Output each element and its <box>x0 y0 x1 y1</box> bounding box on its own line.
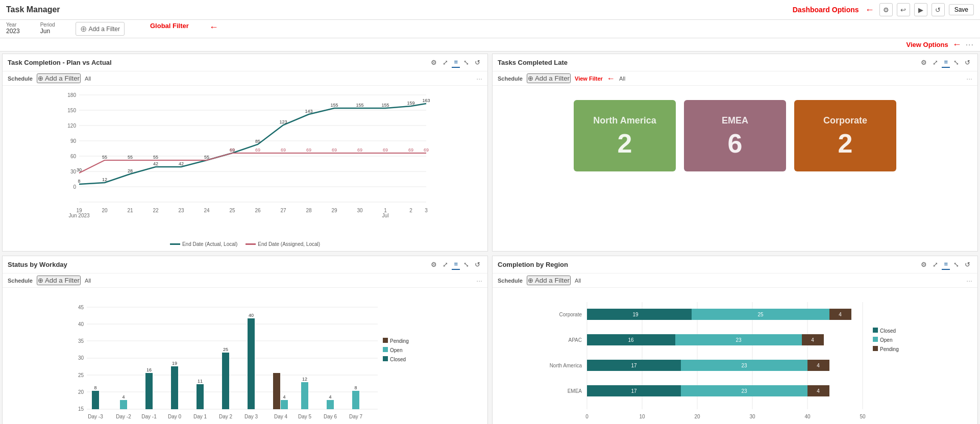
svg-rect-101 <box>383 356 388 361</box>
svg-text:30: 30 <box>70 169 77 174</box>
tc-add-filter-btn[interactable]: ⊕ Add a Filter <box>37 73 81 83</box>
svg-text:123: 123 <box>279 119 287 124</box>
tasks-late-panel: Tasks Completed Late ⚙ ⤢ ≡ ⤡ ↺ Schedule … <box>492 54 978 252</box>
svg-text:69: 69 <box>230 147 235 153</box>
svg-text:155: 155 <box>381 103 389 108</box>
cr-refresh-btn[interactable]: ↺ <box>963 260 972 269</box>
sw-add-filter-btn[interactable]: ⊕ Add a Filter <box>37 276 81 285</box>
tc-dots[interactable]: ··· <box>476 74 482 83</box>
legend-assigned-color <box>246 243 256 245</box>
sw-refresh-btn[interactable]: ↺ <box>473 260 482 269</box>
svg-text:30: 30 <box>357 208 363 213</box>
tc-fullscreen-btn[interactable]: ⤡ <box>461 58 471 67</box>
undo-btn[interactable]: ↩ <box>897 3 910 16</box>
svg-text:20: 20 <box>78 389 84 395</box>
view-filter-label: View Filter <box>575 76 603 82</box>
task-completion-panel: Task Completion - Plan vs Actual ⚙ ⤢ ≡ ⤡… <box>2 54 488 252</box>
view-options-dots[interactable]: ··· <box>966 40 974 49</box>
sw-all-label: All <box>85 278 91 284</box>
line-chart-svg: 180 150 120 90 60 30 0 19 Jun 2023 20 21… <box>8 90 482 238</box>
global-filter-annotation: Global Filter <box>150 22 189 30</box>
settings-btn[interactable]: ⚙ <box>879 3 893 16</box>
cr-fullscreen-btn[interactable]: ⤡ <box>951 260 961 269</box>
refresh-btn[interactable]: ↺ <box>932 3 945 16</box>
tc-add-filter-label: Add a Filter <box>45 74 80 82</box>
tasks-late-title: Tasks Completed Late <box>498 59 568 66</box>
svg-rect-133 <box>873 337 878 342</box>
cr-list-btn[interactable]: ≡ <box>942 259 950 270</box>
legend-assigned: End Date (Assigned, Local) <box>246 241 320 247</box>
tasks-late-toolbar: ⚙ ⤢ ≡ ⤡ ↺ <box>919 57 972 68</box>
svg-text:12: 12 <box>302 377 307 382</box>
global-add-filter-btn[interactable]: ⊕ Add a Filter <box>76 22 125 36</box>
tc-refresh-btn[interactable]: ↺ <box>473 58 482 67</box>
app-header: Task Manager Dashboard Options ← ⚙ ↩ ▶ ↺… <box>0 0 980 20</box>
tl-list-btn[interactable]: ≡ <box>942 57 950 68</box>
svg-text:155: 155 <box>356 103 363 108</box>
bar-d4-open <box>281 400 288 409</box>
svg-text:23: 23 <box>741 388 747 394</box>
status-workday-panel: Status by Workday ⚙ ⤢ ≡ ⤡ ↺ Schedule ⊕ A… <box>2 256 488 424</box>
svg-text:8: 8 <box>94 385 96 390</box>
tl-fullscreen-btn[interactable]: ⤡ <box>951 58 961 67</box>
svg-text:23: 23 <box>736 337 742 343</box>
svg-text:3: 3 <box>425 208 428 213</box>
play-btn[interactable]: ▶ <box>914 3 927 16</box>
tl-add-filter-btn[interactable]: ⊕ Add a Filter <box>527 73 571 83</box>
svg-text:Corporate: Corporate <box>559 312 582 317</box>
bar-d7-open <box>352 391 359 409</box>
svg-text:20: 20 <box>102 208 108 213</box>
tc-move-btn[interactable]: ⤢ <box>440 58 450 67</box>
sw-plus-icon: ⊕ <box>38 277 43 284</box>
svg-text:69: 69 <box>281 147 286 153</box>
sw-fullscreen-btn[interactable]: ⤡ <box>461 260 471 269</box>
svg-text:45: 45 <box>78 305 84 310</box>
svg-text:Day 4: Day 4 <box>274 414 288 419</box>
svg-text:25: 25 <box>78 372 84 378</box>
cr-dots[interactable]: ··· <box>966 277 972 285</box>
svg-text:APAC: APAC <box>569 337 582 343</box>
svg-rect-135 <box>873 346 878 351</box>
status-workday-filter-row: Schedule ⊕ Add a Filter All ··· <box>3 273 487 288</box>
north-america-tile[interactable]: North America 2 <box>574 100 676 171</box>
tl-refresh-btn[interactable]: ↺ <box>963 58 972 67</box>
year-label: Year <box>6 22 20 28</box>
corp-closed-bar <box>587 309 692 320</box>
svg-text:Day 5: Day 5 <box>298 414 312 419</box>
svg-text:22: 22 <box>153 208 159 213</box>
tc-settings-btn[interactable]: ⚙ <box>429 58 439 67</box>
task-completion-header: Task Completion - Plan vs Actual ⚙ ⤢ ≡ ⤡… <box>3 54 487 71</box>
save-button[interactable]: Save <box>949 4 974 15</box>
tl-dots[interactable]: ··· <box>966 74 972 83</box>
cr-move-btn[interactable]: ⤢ <box>930 260 940 269</box>
svg-text:Day 1: Day 1 <box>193 414 207 419</box>
svg-text:55: 55 <box>102 155 107 160</box>
svg-text:69: 69 <box>357 147 362 153</box>
svg-rect-99 <box>383 347 388 352</box>
cr-add-filter-btn[interactable]: ⊕ Add a Filter <box>527 276 571 285</box>
corporate-name: Corporate <box>823 115 867 126</box>
sw-move-btn[interactable]: ⤢ <box>440 260 450 269</box>
svg-text:8: 8 <box>78 179 80 184</box>
svg-text:40: 40 <box>249 313 254 318</box>
tc-list-btn[interactable]: ≡ <box>452 57 460 68</box>
sw-settings-btn[interactable]: ⚙ <box>429 260 439 269</box>
bar-d0-closed <box>171 366 178 409</box>
sw-list-btn[interactable]: ≡ <box>452 259 460 270</box>
tl-settings-btn[interactable]: ⚙ <box>919 58 929 67</box>
tl-move-btn[interactable]: ⤢ <box>930 58 940 67</box>
emea-tile[interactable]: EMEA 6 <box>684 100 786 171</box>
svg-text:30: 30 <box>749 414 755 419</box>
cr-settings-btn[interactable]: ⚙ <box>919 260 929 269</box>
svg-text:69: 69 <box>408 147 413 153</box>
svg-text:19: 19 <box>632 312 639 317</box>
sw-dots[interactable]: ··· <box>476 277 482 285</box>
svg-text:155: 155 <box>330 103 338 108</box>
svg-text:69: 69 <box>332 147 337 153</box>
svg-text:23: 23 <box>741 363 747 368</box>
svg-text:Open: Open <box>880 337 892 343</box>
view-options-bar: View Options ← ··· <box>0 38 980 52</box>
completion-region-toolbar: ⚙ ⤢ ≡ ⤡ ↺ <box>919 259 972 270</box>
svg-text:Pending: Pending <box>880 346 899 352</box>
corporate-tile[interactable]: Corporate 2 <box>794 100 896 171</box>
